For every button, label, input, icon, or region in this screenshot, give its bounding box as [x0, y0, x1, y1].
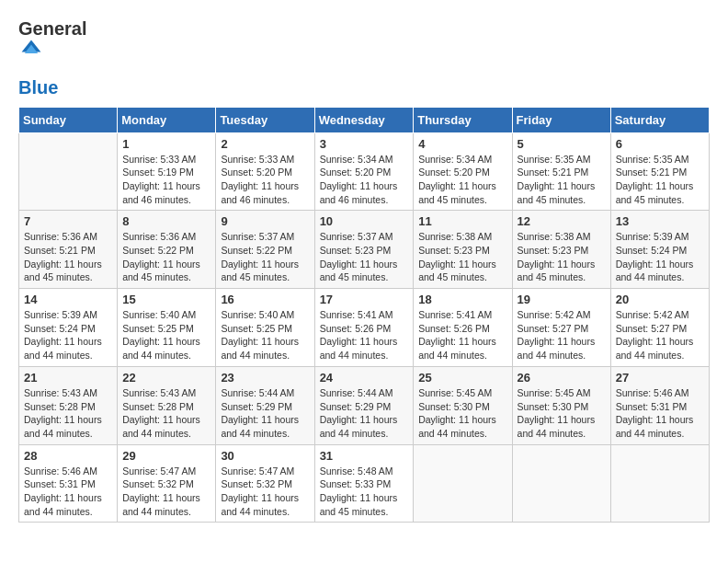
day-info: Sunrise: 5:33 AMSunset: 5:20 PMDaylight:…	[221, 153, 309, 207]
day-number: 25	[418, 371, 506, 385]
calendar-cell: 27Sunrise: 5:46 AMSunset: 5:31 PMDayligh…	[610, 366, 709, 444]
day-number: 4	[418, 137, 506, 151]
calendar-cell: 4Sunrise: 5:34 AMSunset: 5:20 PMDaylight…	[414, 132, 512, 211]
day-info: Sunrise: 5:48 AMSunset: 5:33 PMDaylight:…	[320, 465, 409, 519]
calendar-cell	[512, 444, 610, 523]
calendar-header-sunday: Sunday	[19, 107, 118, 132]
calendar-cell: 12Sunrise: 5:38 AMSunset: 5:23 PMDayligh…	[512, 211, 610, 289]
header: General Blue	[18, 18, 710, 98]
day-info: Sunrise: 5:43 AMSunset: 5:28 PMDaylight:…	[122, 386, 210, 441]
calendar-cell: 7Sunrise: 5:36 AMSunset: 5:21 PMDaylight…	[19, 211, 118, 289]
day-number: 10	[320, 214, 409, 228]
day-info: Sunrise: 5:39 AMSunset: 5:24 PMDaylight:…	[616, 230, 704, 284]
calendar-cell: 8Sunrise: 5:36 AMSunset: 5:22 PMDaylight…	[118, 211, 216, 289]
calendar-header-wednesday: Wednesday	[314, 107, 414, 132]
day-info: Sunrise: 5:39 AMSunset: 5:24 PMDaylight:…	[24, 308, 112, 362]
calendar-cell: 9Sunrise: 5:37 AMSunset: 5:22 PMDaylight…	[216, 211, 314, 289]
day-number: 16	[221, 293, 309, 306]
day-number: 6	[616, 137, 704, 151]
day-info: Sunrise: 5:42 AMSunset: 5:27 PMDaylight:…	[616, 308, 704, 362]
day-info: Sunrise: 5:37 AMSunset: 5:22 PMDaylight:…	[221, 230, 309, 284]
calendar-cell: 25Sunrise: 5:45 AMSunset: 5:30 PMDayligh…	[414, 366, 512, 444]
day-number: 7	[24, 214, 112, 228]
day-number: 24	[320, 371, 409, 385]
day-number: 28	[24, 449, 112, 463]
calendar-cell: 28Sunrise: 5:46 AMSunset: 5:31 PMDayligh…	[19, 444, 118, 523]
calendar-cell: 16Sunrise: 5:40 AMSunset: 5:25 PMDayligh…	[216, 289, 314, 367]
logo: General Blue	[18, 18, 86, 98]
day-info: Sunrise: 5:40 AMSunset: 5:25 PMDaylight:…	[122, 308, 210, 362]
day-info: Sunrise: 5:34 AMSunset: 5:20 PMDaylight:…	[320, 153, 409, 207]
calendar-cell: 13Sunrise: 5:39 AMSunset: 5:24 PMDayligh…	[610, 211, 709, 289]
calendar-header-saturday: Saturday	[610, 107, 709, 132]
day-number: 5	[518, 137, 606, 151]
calendar-cell: 15Sunrise: 5:40 AMSunset: 5:25 PMDayligh…	[118, 289, 216, 367]
calendar-header-tuesday: Tuesday	[216, 107, 314, 132]
day-info: Sunrise: 5:34 AMSunset: 5:20 PMDaylight:…	[418, 153, 506, 207]
calendar-cell: 30Sunrise: 5:47 AMSunset: 5:32 PMDayligh…	[216, 444, 314, 523]
calendar-cell: 19Sunrise: 5:42 AMSunset: 5:27 PMDayligh…	[512, 289, 610, 367]
day-number: 11	[418, 214, 506, 228]
day-number: 14	[24, 293, 112, 306]
logo-blue-text: Blue	[18, 77, 58, 98]
day-info: Sunrise: 5:47 AMSunset: 5:32 PMDaylight:…	[122, 465, 210, 519]
logo-general-text: General	[18, 18, 86, 39]
calendar-header-thursday: Thursday	[414, 107, 512, 132]
day-number: 18	[418, 293, 506, 306]
logo-icon	[20, 39, 42, 61]
calendar-cell: 26Sunrise: 5:45 AMSunset: 5:30 PMDayligh…	[512, 366, 610, 444]
day-info: Sunrise: 5:47 AMSunset: 5:32 PMDaylight:…	[221, 465, 309, 519]
calendar-cell: 29Sunrise: 5:47 AMSunset: 5:32 PMDayligh…	[118, 444, 216, 523]
calendar-cell	[414, 444, 512, 523]
day-info: Sunrise: 5:41 AMSunset: 5:26 PMDaylight:…	[320, 308, 409, 362]
day-info: Sunrise: 5:35 AMSunset: 5:21 PMDaylight:…	[518, 153, 606, 207]
day-info: Sunrise: 5:33 AMSunset: 5:19 PMDaylight:…	[122, 153, 210, 207]
day-number: 29	[122, 449, 210, 463]
day-info: Sunrise: 5:40 AMSunset: 5:25 PMDaylight:…	[221, 308, 309, 362]
calendar-week-2: 7Sunrise: 5:36 AMSunset: 5:21 PMDaylight…	[19, 211, 710, 289]
calendar-cell: 1Sunrise: 5:33 AMSunset: 5:19 PMDaylight…	[118, 132, 216, 211]
day-number: 2	[221, 137, 309, 151]
calendar-week-1: 1Sunrise: 5:33 AMSunset: 5:19 PMDaylight…	[19, 132, 710, 211]
calendar-cell: 18Sunrise: 5:41 AMSunset: 5:26 PMDayligh…	[414, 289, 512, 367]
day-info: Sunrise: 5:37 AMSunset: 5:23 PMDaylight:…	[320, 230, 409, 284]
day-number: 20	[616, 293, 704, 306]
day-info: Sunrise: 5:35 AMSunset: 5:21 PMDaylight:…	[616, 153, 704, 207]
day-info: Sunrise: 5:36 AMSunset: 5:21 PMDaylight:…	[24, 230, 112, 284]
calendar-cell: 5Sunrise: 5:35 AMSunset: 5:21 PMDaylight…	[512, 132, 610, 211]
calendar-header-monday: Monday	[118, 107, 216, 132]
day-info: Sunrise: 5:38 AMSunset: 5:23 PMDaylight:…	[518, 230, 606, 284]
day-number: 3	[320, 137, 409, 151]
calendar-cell: 24Sunrise: 5:44 AMSunset: 5:29 PMDayligh…	[314, 366, 414, 444]
day-number: 1	[122, 137, 210, 151]
calendar-cell: 3Sunrise: 5:34 AMSunset: 5:20 PMDaylight…	[314, 132, 414, 211]
calendar-cell: 6Sunrise: 5:35 AMSunset: 5:21 PMDaylight…	[610, 132, 709, 211]
calendar-week-4: 21Sunrise: 5:43 AMSunset: 5:28 PMDayligh…	[19, 366, 710, 444]
day-number: 19	[518, 293, 606, 306]
calendar: SundayMondayTuesdayWednesdayThursdayFrid…	[18, 107, 710, 523]
calendar-cell: 17Sunrise: 5:41 AMSunset: 5:26 PMDayligh…	[314, 289, 414, 367]
calendar-cell	[19, 132, 118, 211]
day-number: 17	[320, 293, 409, 306]
day-number: 21	[24, 371, 112, 385]
day-number: 27	[616, 371, 704, 385]
day-number: 9	[221, 214, 309, 228]
calendar-header-friday: Friday	[512, 107, 610, 132]
day-number: 30	[221, 449, 309, 463]
day-number: 8	[122, 214, 210, 228]
calendar-cell: 31Sunrise: 5:48 AMSunset: 5:33 PMDayligh…	[314, 444, 414, 523]
calendar-cell: 11Sunrise: 5:38 AMSunset: 5:23 PMDayligh…	[414, 211, 512, 289]
day-info: Sunrise: 5:46 AMSunset: 5:31 PMDaylight:…	[616, 386, 704, 441]
day-number: 22	[122, 371, 210, 385]
day-info: Sunrise: 5:36 AMSunset: 5:22 PMDaylight:…	[122, 230, 210, 284]
calendar-cell: 20Sunrise: 5:42 AMSunset: 5:27 PMDayligh…	[610, 289, 709, 367]
calendar-cell: 14Sunrise: 5:39 AMSunset: 5:24 PMDayligh…	[19, 289, 118, 367]
day-number: 13	[616, 214, 704, 228]
day-info: Sunrise: 5:38 AMSunset: 5:23 PMDaylight:…	[418, 230, 506, 284]
day-number: 26	[518, 371, 606, 385]
calendar-cell: 21Sunrise: 5:43 AMSunset: 5:28 PMDayligh…	[19, 366, 118, 444]
day-number: 23	[221, 371, 309, 385]
calendar-cell: 10Sunrise: 5:37 AMSunset: 5:23 PMDayligh…	[314, 211, 414, 289]
day-info: Sunrise: 5:43 AMSunset: 5:28 PMDaylight:…	[24, 386, 112, 441]
day-info: Sunrise: 5:44 AMSunset: 5:29 PMDaylight:…	[320, 386, 409, 441]
